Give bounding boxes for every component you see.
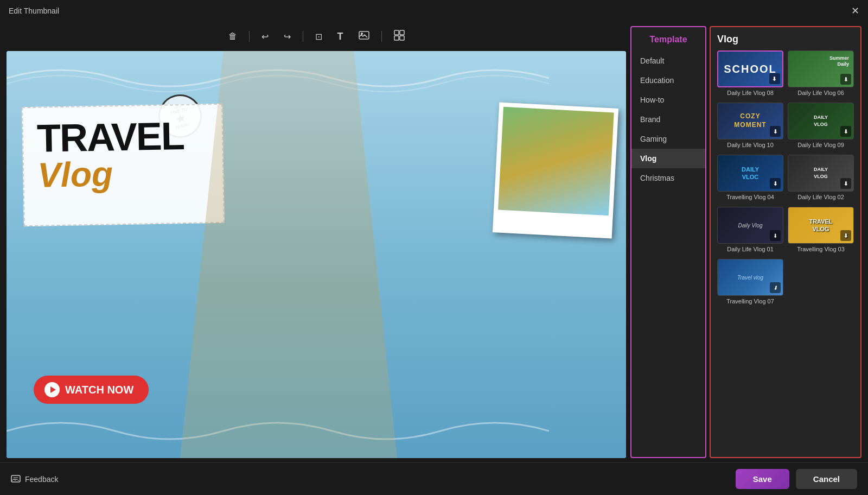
- template-item-vlog02[interactable]: DAILYVLOG ⬇ Daily Life Vlog 02: [788, 155, 854, 202]
- template-item-vlog04[interactable]: DAILYVLOC ⬇ Travelling Vlog 04: [717, 155, 783, 202]
- delete-button[interactable]: 🗑: [225, 29, 240, 43]
- panel-section-title: Vlog: [717, 34, 854, 45]
- sidebar: Template Default Education How-to Brand …: [630, 26, 706, 458]
- play-icon: [44, 382, 60, 397]
- template-label-vlog07: Travelling Vlog 07: [717, 296, 783, 307]
- template-label-vlog04: Travelling Vlog 04: [717, 192, 783, 202]
- canvas-image: IT'S TIME TO TRAVEL TRAVEL Vlog WATCH NO…: [7, 51, 626, 458]
- download-icon-vlog06[interactable]: ⬇: [840, 74, 851, 85]
- download-icon-vlog01[interactable]: ⬇: [770, 230, 781, 241]
- cancel-button[interactable]: Cancel: [796, 469, 857, 489]
- download-icon-vlog08[interactable]: ⬇: [769, 73, 780, 84]
- template-label-vlog02: Daily Life Vlog 02: [788, 192, 854, 202]
- template-thumb-vlog07: Travel vlog ⬇: [717, 259, 783, 296]
- sidebar-header: Template: [631, 31, 705, 51]
- watch-now-text: WATCH NOW: [65, 384, 133, 396]
- window-title: Edit Thumbnail: [9, 7, 59, 15]
- template-thumb-vlog06: SummerDaily ⬇: [788, 50, 854, 87]
- feedback-label: Feedback: [25, 475, 58, 484]
- polaroid-inner: [498, 107, 614, 215]
- template-item-vlog08[interactable]: SCHOOL ⬇ Daily Life Vlog 08: [717, 50, 783, 98]
- template-thumb-vlog09: DAILYVLOG ⬇: [788, 103, 854, 139]
- sidebar-item-christmas[interactable]: Christmas: [631, 168, 705, 188]
- template-thumb-vlog10: COZYMOMENT ⬇: [717, 103, 783, 139]
- close-button[interactable]: ✕: [851, 5, 859, 17]
- toolbar: 🗑 ↩ ↪ ⊡ T: [7, 26, 626, 47]
- template-label-vlog10: Daily Life Vlog 10: [717, 139, 783, 150]
- svg-rect-2: [394, 30, 399, 35]
- svg-rect-5: [400, 36, 404, 40]
- template-label-vlog03: Travelling Vlog 03: [788, 244, 854, 255]
- polaroid-photo: [493, 102, 618, 238]
- template-thumb-vlog01: Daily Vlog ⬇: [717, 207, 783, 244]
- main-content: 🗑 ↩ ↪ ⊡ T: [0, 22, 868, 462]
- template-label-vlog01: Daily Life Vlog 01: [717, 244, 783, 255]
- title-bar: Edit Thumbnail ✕: [0, 0, 868, 22]
- canvas-wrapper[interactable]: IT'S TIME TO TRAVEL TRAVEL Vlog WATCH NO…: [7, 51, 626, 458]
- download-icon-vlog09[interactable]: ⬇: [840, 126, 851, 137]
- template-thumb-vlog04: DAILYVLOC ⬇: [717, 155, 783, 192]
- canvas-area: 🗑 ↩ ↪ ⊡ T: [7, 26, 626, 458]
- separator-1: [249, 31, 250, 42]
- undo-button[interactable]: ↩: [258, 29, 272, 44]
- crop-button[interactable]: ⊡: [312, 29, 326, 44]
- sidebar-item-vlog[interactable]: Vlog: [631, 149, 705, 168]
- layout-button[interactable]: [391, 28, 408, 45]
- template-grid: SCHOOL ⬇ Daily Life Vlog 08 SummerDaily …: [717, 50, 854, 307]
- download-icon-vlog02[interactable]: ⬇: [840, 178, 851, 189]
- template-label-vlog08: Daily Life Vlog 08: [717, 87, 783, 98]
- feedback-button[interactable]: Feedback: [11, 474, 58, 484]
- download-icon-vlog07[interactable]: ⬇: [770, 282, 781, 293]
- template-item-vlog09[interactable]: DAILYVLOG ⬇ Daily Life Vlog 09: [788, 103, 854, 150]
- template-thumb-vlog02: DAILYVLOG ⬇: [788, 155, 854, 192]
- image-button[interactable]: [355, 29, 373, 44]
- svg-rect-4: [394, 36, 399, 40]
- template-item-vlog07[interactable]: Travel vlog ⬇ Travelling Vlog 07: [717, 259, 783, 307]
- text-button[interactable]: T: [334, 29, 347, 45]
- template-item-vlog06[interactable]: SummerDaily ⬇ Daily Life Vlog 06: [788, 50, 854, 98]
- watch-now-button: WATCH NOW: [34, 376, 149, 404]
- download-icon-vlog03[interactable]: ⬇: [840, 230, 851, 241]
- template-panel: Vlog SCHOOL ⬇ Daily Life Vlog 08 SummerD…: [710, 26, 861, 458]
- feedback-icon: [11, 474, 21, 484]
- template-thumb-vlog08: SCHOOL ⬇: [717, 50, 783, 87]
- template-label-vlog06: Daily Life Vlog 06: [788, 87, 854, 98]
- download-icon-vlog10[interactable]: ⬇: [770, 126, 781, 137]
- template-thumb-vlog03: TRAVELVLOG ⬇: [788, 207, 854, 244]
- template-label-vlog09: Daily Life Vlog 09: [788, 139, 854, 150]
- separator-3: [381, 31, 382, 42]
- separator-2: [303, 31, 303, 42]
- download-icon-vlog04[interactable]: ⬇: [770, 178, 781, 189]
- sidebar-item-brand[interactable]: Brand: [631, 110, 705, 129]
- bottom-actions: Save Cancel: [736, 469, 857, 489]
- redo-button[interactable]: ↪: [280, 29, 294, 44]
- sidebar-item-education[interactable]: Education: [631, 71, 705, 90]
- sidebar-item-howto[interactable]: How-to: [631, 90, 705, 110]
- template-item-vlog10[interactable]: COZYMOMENT ⬇ Daily Life Vlog 10: [717, 103, 783, 150]
- template-item-vlog03[interactable]: TRAVELVLOG ⬇ Travelling Vlog 03: [788, 207, 854, 255]
- sidebar-item-default[interactable]: Default: [631, 51, 705, 71]
- sidebar-item-gaming[interactable]: Gaming: [631, 129, 705, 149]
- svg-rect-3: [400, 30, 404, 35]
- template-item-vlog01[interactable]: Daily Vlog ⬇ Daily Life Vlog 01: [717, 207, 783, 255]
- bottom-bar: Feedback Save Cancel: [0, 462, 868, 495]
- save-button[interactable]: Save: [736, 469, 789, 489]
- person-area: [180, 51, 397, 458]
